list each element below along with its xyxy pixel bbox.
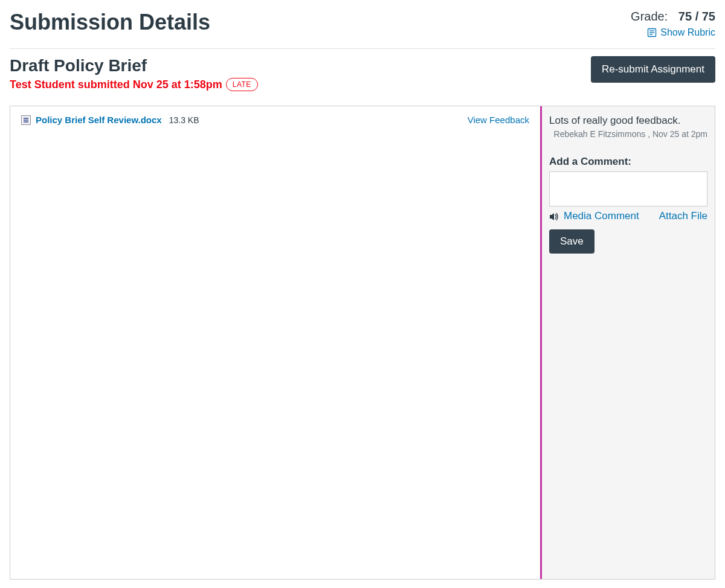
show-rubric-label: Show Rubric bbox=[660, 27, 715, 38]
submission-panel: Policy Brief Self Review.docx 13.3 KB Vi… bbox=[10, 106, 542, 579]
comment-input[interactable] bbox=[549, 171, 707, 206]
late-badge: LATE bbox=[226, 78, 258, 91]
media-comment-label: Media Comment bbox=[564, 210, 639, 222]
header-divider bbox=[10, 48, 715, 49]
file-row: Policy Brief Self Review.docx 13.3 KB Vi… bbox=[21, 115, 529, 125]
grade-label: Grade: bbox=[631, 10, 668, 23]
page-title: Submission Details bbox=[10, 10, 210, 35]
assignment-title: Draft Policy Brief bbox=[10, 56, 258, 75]
attach-file-link[interactable]: Attach File bbox=[659, 210, 707, 222]
submitted-line: Test Student submitted Nov 25 at 1:58pm … bbox=[10, 78, 258, 91]
show-rubric-link[interactable]: Show Rubric bbox=[647, 27, 715, 38]
resubmit-button[interactable]: Re-submit Assignment bbox=[591, 56, 715, 83]
comment-time: Nov 25 at 2pm bbox=[652, 129, 707, 139]
add-comment-label: Add a Comment: bbox=[549, 156, 707, 168]
comment-meta: Rebekah E Fitzsimmons , Nov 25 at 2pm bbox=[549, 129, 707, 139]
media-comment-link[interactable]: Media Comment bbox=[549, 210, 639, 222]
grade-value: 75 / 75 bbox=[678, 10, 715, 23]
grade-block: Grade: 75 / 75 Show Rubric bbox=[631, 10, 715, 40]
comment-text: Lots of really good feedback. bbox=[549, 115, 707, 127]
speaker-icon bbox=[549, 212, 559, 220]
comment-author: Rebekah E Fitzsimmons bbox=[554, 129, 646, 139]
document-icon bbox=[21, 115, 31, 125]
comments-panel: Lots of really good feedback. Rebekah E … bbox=[542, 106, 715, 579]
main-content-box: Policy Brief Self Review.docx 13.3 KB Vi… bbox=[10, 106, 715, 580]
view-feedback-link[interactable]: View Feedback bbox=[468, 115, 529, 125]
save-button[interactable]: Save bbox=[549, 229, 594, 254]
rubric-icon bbox=[647, 28, 657, 37]
file-download-link[interactable]: Policy Brief Self Review.docx bbox=[36, 115, 162, 125]
submitted-text: Test Student submitted Nov 25 at 1:58pm bbox=[10, 78, 222, 91]
file-size: 13.3 KB bbox=[169, 115, 199, 125]
